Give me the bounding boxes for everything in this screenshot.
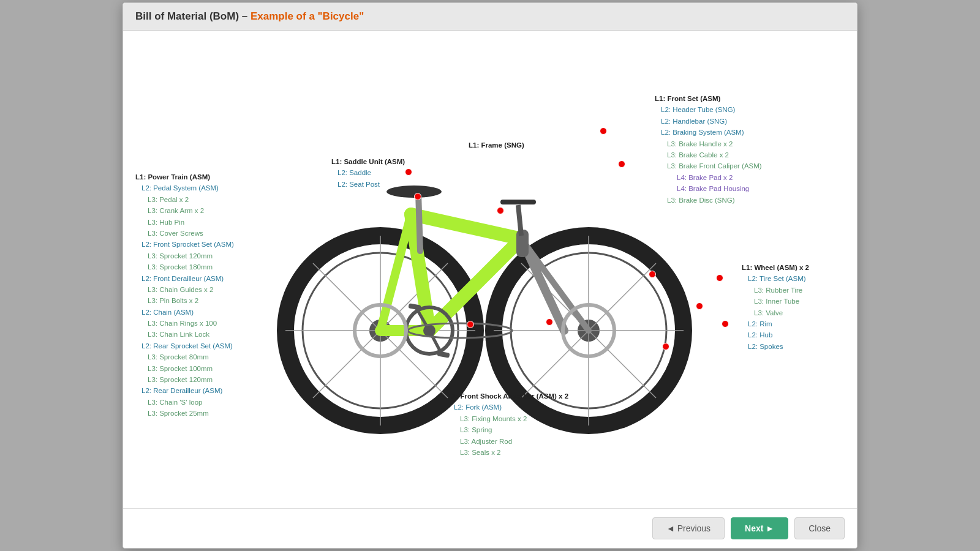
l1-front-set: L1: Front Set (ASM) [655,95,720,102]
svg-line-32 [518,205,521,236]
l3-valve: L3: Valve [754,307,809,318]
l4-brake-pad-housing: L4: Brake Pad Housing [677,183,762,194]
dot-frame [497,207,504,214]
svg-line-9 [313,263,380,331]
dot-wheel-mid [696,302,703,310]
l3-chain-link: L3: Chain Link Lock [148,329,234,340]
l1-power-train: L1: Power Train (ASM) [135,173,210,181]
l3-crank: L3: Crank Arm x 2 [148,205,234,216]
l1-saddle-unit: L1: Saddle Unit (ASM) [331,158,405,165]
previous-button[interactable]: ◄ Previous [652,517,725,539]
dot-saddle [405,168,412,176]
l2-front-sprocket: L2: Front Sprocket Set (ASM) [141,239,234,250]
l2-rim: L2: Rim [748,318,809,329]
l3-brake-cable: L3: Brake Cable x 2 [667,149,762,160]
svg-line-10 [380,331,448,398]
dot-seatpost [414,193,421,200]
dot-frontset [618,160,625,168]
l2-handlebar: L2: Handlebar (SNG) [661,116,762,127]
l3-cover-screws: L3: Cover Screws [148,228,234,239]
svg-line-22 [411,214,521,239]
arrow-right-icon: ► [763,523,774,533]
svg-line-19 [521,331,589,398]
l3-rubber-tire: L3: Rubber Tire [754,285,809,296]
l2-seat-post: L2: Seat Post [337,179,405,190]
dot-wheel-bottom [722,320,729,328]
dialog-footer: ◄ Previous Next ► Close [123,508,857,548]
l4-brake-pad: L4: Brake Pad x 2 [677,172,762,183]
l1-wheel: L1: Wheel (ASM) x 2 [742,264,809,271]
l3-brake-disc: L3: Brake Disc (SNG) [667,195,762,206]
l3-fixing-mounts: L3: Fixing Mounts x 2 [460,413,568,424]
label-front-shock: L1: Front Shock Absorber (ASM) x 2 L2: F… [448,391,568,458]
label-wheel: L1: Wheel (ASM) x 2 L2: Tire Set (ASM) L… [742,262,809,352]
l1-front-shock: L1: Front Shock Absorber (ASM) x 2 [448,392,568,400]
l2-chain: L2: Chain (ASM) [141,307,234,318]
title-plain: Bill of Material (BoM) – [135,10,251,22]
bom-container: L1: Power Train (ASM) L2: Pedal System (… [129,37,851,502]
l2-braking: L2: Braking System (ASM) [661,127,762,138]
svg-line-30 [418,193,420,251]
l3-inner-tube: L3: Inner Tube [754,296,809,307]
dot-rear-wheel [662,343,669,350]
svg-line-21 [589,331,656,398]
l2-fork: L2: Fork (ASM) [454,402,568,413]
l3-chain-rings: L3: Chain Rings x 100 [148,318,234,329]
l2-saddle: L2: Saddle [337,167,405,178]
svg-line-8 [313,331,380,398]
dialog: Bill of Material (BoM) – Example of a "B… [123,2,858,549]
svg-line-18 [589,263,656,331]
close-button[interactable]: Close [794,517,845,539]
label-front-set: L1: Front Set (ASM) L2: Header Tube (SNG… [655,93,762,206]
dialog-body: L1: Power Train (ASM) L2: Pedal System (… [123,31,857,508]
l2-rear-derailleur: L2: Rear Derailleur (ASM) [141,385,234,396]
dialog-header: Bill of Material (BoM) – Example of a "B… [123,3,857,31]
l3-spring: L3: Spring [460,424,568,435]
l2-header-tube: L2: Header Tube (SNG) [661,104,762,115]
svg-rect-37 [437,351,450,358]
l3-sprocket-100: L3: Sprocket 100mm [148,363,234,374]
l2-front-derailleur: L2: Front Derailleur (ASM) [141,273,234,284]
svg-line-36 [429,331,442,354]
dot-chainring [467,321,474,328]
l3-chain-s: L3: Chain 'S' loop [148,397,234,408]
l2-tire-set: L2: Tire Set (ASM) [748,273,809,284]
l2-spokes: L2: Spokes [748,341,809,352]
l1-frame: L1: Frame (SNG) [469,141,524,149]
label-power-train: L1: Power Train (ASM) L2: Pedal System (… [135,171,234,419]
l3-pin-bolts: L3: Pin Bolts x 2 [148,295,234,306]
l2-hub: L2: Hub [748,329,809,340]
dot-brake [649,271,656,278]
l3-sprocket-80: L3: Sprocket 80mm [148,351,234,362]
dot-wheel-front [716,274,723,282]
l2-rear-sprocket: L2: Rear Sprocket Set (ASM) [141,340,234,351]
dot-fork [546,318,553,326]
title-highlight: Example of a "Bicycle" [251,10,364,22]
l3-brake-caliper: L3: Brake Front Caliper (ASM) [667,160,762,171]
l3-seals: L3: Seals x 2 [460,447,568,458]
dot-handlebar [600,127,607,135]
l3-sprocket-120b: L3: Sprocket 120mm [148,374,234,385]
dialog-title: Bill of Material (BoM) – Example of a "B… [135,10,845,23]
l3-hub-pin: L3: Hub Pin [148,217,234,228]
label-saddle-unit: L1: Saddle Unit (ASM) L2: Saddle L2: Sea… [331,156,405,190]
next-button[interactable]: Next ► [731,517,788,539]
l3-sprocket-25: L3: Sprocket 25mm [148,408,234,419]
label-frame: L1: Frame (SNG) [469,140,524,151]
l3-sprocket-120: L3: Sprocket 120mm [148,250,234,261]
l3-adjuster-rod: L3: Adjuster Rod [460,436,568,447]
l3-brake-handle: L3: Brake Handle x 2 [667,138,762,149]
l3-sprocket-180: L3: Sprocket 180mm [148,261,234,272]
l3-pedal: L3: Pedal x 2 [148,194,234,205]
l3-chain-guides: L3: Chain Guides x 2 [148,284,234,295]
arrow-left-icon: ◄ [666,523,677,533]
l2-pedal-system: L2: Pedal System (ASM) [141,182,234,193]
